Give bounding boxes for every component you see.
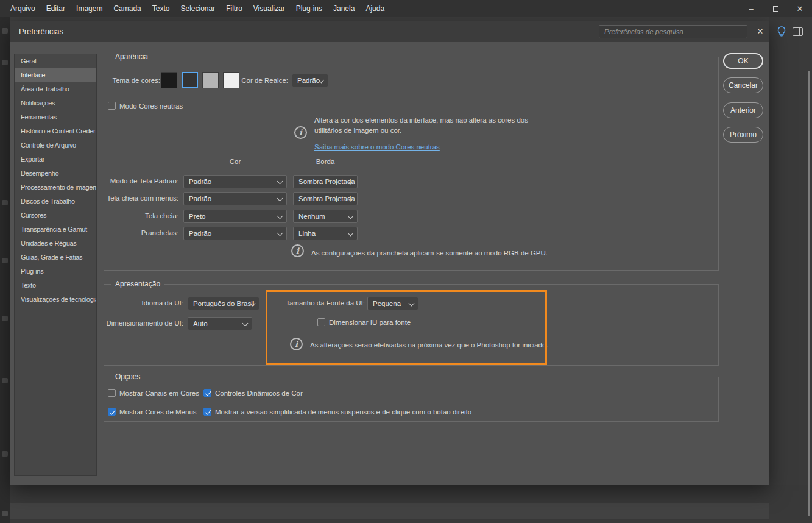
dialog-titlebar: Preferências ✕ [10,21,769,42]
scrollbar[interactable] [808,71,810,516]
tela-cheia-borda-select[interactable]: Nenhum [293,210,358,223]
menu-janela[interactable]: Janela [328,0,360,17]
appearance-group: Aparência Tema de cores: Cor de Realce: … [104,57,719,271]
restart-info-text: As alterações serão efetivadas na próxim… [310,340,688,350]
menu-texto[interactable]: Texto [147,0,175,17]
versao-simplificada-label: Mostrar a versão simplificada de menus s… [215,408,471,416]
highlight-color-label: Cor de Realce: [214,77,288,84]
tool-icon-partial [2,378,8,383]
menu-visualizar[interactable]: Visualizar [248,0,291,17]
sidebar-item-ferramentas[interactable]: Ferramentas [15,110,96,124]
dropdown-value: Linha [298,230,316,237]
tela-cheia-menus-borda-select[interactable]: Sombra Projetada [293,192,358,205]
preferences-search-input[interactable] [599,25,747,38]
column-header-cor: Cor [183,158,287,165]
dropdown-value: Padrão [297,77,320,84]
sidebar-item-interface[interactable]: Interface [15,68,96,82]
menu-filtro[interactable]: Filtro [221,0,248,17]
menu-imagem[interactable]: Imagem [71,0,108,17]
ui-scaling-select[interactable]: Auto [188,317,252,330]
menubar: Arquivo Editar Imagem Camada Texto Selec… [0,0,812,17]
ui-language-select[interactable]: Português do Brasil [188,297,259,310]
previous-button[interactable]: Anterior [723,102,763,118]
menu-selecionar[interactable]: Selecionar [175,0,221,17]
pranchetas-label: Pranchetas: [104,229,178,237]
highlight-color-select[interactable]: Padrão [292,74,328,87]
tela-cheia-menus-label: Tela cheia com menus: [104,194,178,202]
next-button[interactable]: Próximo [723,127,763,143]
minimize-button[interactable]: – [739,0,763,17]
app-background-band [10,503,769,519]
sidebar-item-transparencia-gamut[interactable]: Transparência e Gamut [15,222,96,237]
preferences-sidebar: Geral Interface Área de Trabalho Notific… [14,54,97,476]
color-theme-label: Tema de cores: [104,77,160,84]
tool-icon-partial [2,60,8,65]
sidebar-item-discos-de-trabalho[interactable]: Discos de Trabalho [15,194,96,208]
sidebar-item-texto[interactable]: Texto [15,279,96,293]
neutral-mode-info-text: Altera a cor dos elementos da interface,… [314,115,534,136]
sidebar-item-exportar[interactable]: Exportar [15,152,96,166]
maximize-button[interactable] [763,0,788,17]
dropdown-value: Padrão [189,230,211,237]
tela-padrao-label: Modo de Tela Padrão: [104,177,178,185]
mostrar-cores-menus-label: Mostrar Cores de Menus [119,408,197,416]
discover-lightbulb-icon[interactable] [774,24,789,39]
sidebar-item-plug-ins[interactable]: Plug-ins [15,265,96,279]
menu-editar[interactable]: Editar [41,0,71,17]
ui-language-label: Idioma da UI: [104,299,183,307]
sidebar-item-area-de-trabalho[interactable]: Área de Trabalho [15,82,96,96]
sidebar-item-visualizacoes-tecnologia[interactable]: Visualizações de tecnologia [15,293,96,307]
menu-plug-ins[interactable]: Plug-ins [291,0,328,17]
tela-padrao-cor-select[interactable]: Padrão [183,175,287,188]
maximize-icon [773,6,778,12]
sidebar-item-controle-de-arquivo[interactable]: Controle de Arquivo [15,138,96,152]
tool-icon-partial [2,28,8,34]
dialog-close-icon[interactable]: ✕ [755,26,766,37]
sidebar-item-unidades-reguas[interactable]: Unidades e Réguas [15,237,96,251]
sidebar-item-guias-grade-fatias[interactable]: Guias, Grade e Fatias [15,251,96,265]
theme-swatch-preto[interactable] [161,72,177,88]
pranchetas-cor-select[interactable]: Padrão [183,227,287,240]
dropdown-value: Auto [193,320,208,327]
sidebar-item-cursores[interactable]: Cursores [15,208,96,222]
menu-items: Arquivo Editar Imagem Camada Texto Selec… [0,0,390,17]
sidebar-item-notificacoes[interactable]: Notificações [15,96,96,110]
dropdown-value: Nenhum [298,213,325,220]
dropdown-value: Preto [189,213,206,220]
tool-icon-partial [2,258,8,263]
menu-arquivo[interactable]: Arquivo [5,0,41,17]
options-legend: Opções [111,372,144,381]
versao-simplificada-checkbox[interactable] [203,408,211,416]
app-background-right [769,17,812,523]
close-window-button[interactable]: ✕ [788,0,812,17]
learn-more-link[interactable]: Saiba mais sobre o modo Cores neutras [314,143,440,151]
modo-cores-neutras-checkbox[interactable] [108,102,116,110]
tela-cheia-menus-cor-select[interactable]: Padrão [183,192,287,205]
info-icon: i [291,244,304,257]
mostrar-canais-checkbox[interactable] [108,389,116,397]
sidebar-item-historico-content-credentials[interactable]: Histórico e Content Credentials [15,124,96,138]
ui-font-size-select[interactable]: Pequena [367,297,418,310]
dropdown-value: Sombra Projetada [298,195,355,202]
workspace-layout-icon[interactable] [793,27,803,36]
dialog-title: Preferências [19,21,63,42]
cancel-button[interactable]: Cancelar [723,77,763,93]
tool-icon-partial [2,200,8,205]
tools-panel-edge [0,17,10,523]
menu-ajuda[interactable]: Ajuda [360,0,390,17]
pranchetas-borda-select[interactable]: Linha [293,227,358,240]
tela-cheia-cor-select[interactable]: Preto [183,210,287,223]
mostrar-cores-menus-checkbox[interactable] [108,408,116,416]
dropdown-value: Padrão [189,178,211,185]
theme-swatch-cinza-escuro[interactable] [182,72,198,88]
menu-camada[interactable]: Camada [108,0,146,17]
controles-dinamicos-checkbox[interactable] [203,389,211,397]
dimensionar-iu-checkbox[interactable] [317,318,325,326]
sidebar-item-processamento-de-imagem[interactable]: Processamento de imagem [15,180,96,194]
ok-button[interactable]: OK [723,53,763,69]
sidebar-item-geral[interactable]: Geral [15,54,96,68]
mostrar-canais-label: Mostrar Canais em Cores [119,389,199,397]
presentation-group: Apresentação Idioma da UI: Português do … [104,284,719,366]
sidebar-item-desempenho[interactable]: Desempenho [15,166,96,180]
tela-padrao-borda-select[interactable]: Sombra Projetada [293,175,358,188]
